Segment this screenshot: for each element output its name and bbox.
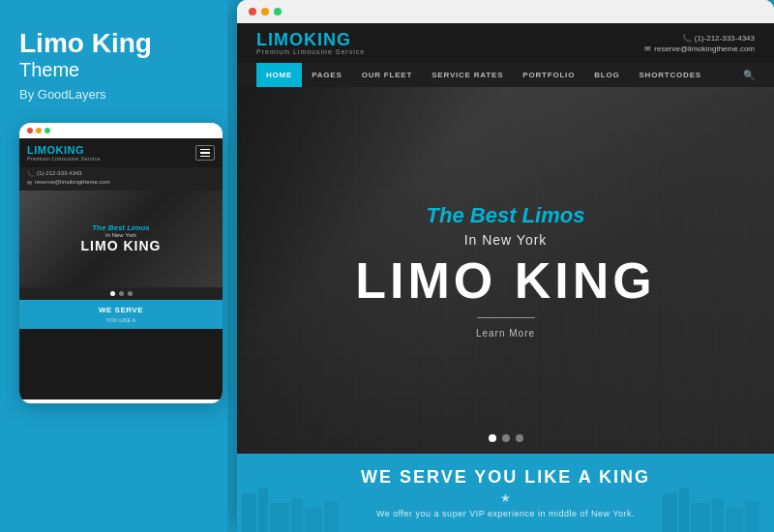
- nav-service-rates[interactable]: SERVICE RATES: [422, 63, 513, 87]
- svg-rect-10: [726, 508, 743, 532]
- mobile-slider-dots: [19, 287, 223, 300]
- hero-learn-more-link[interactable]: Learn More: [476, 328, 535, 339]
- phone-icon: 📞: [27, 170, 34, 177]
- svg-rect-1: [258, 488, 268, 532]
- svg-rect-11: [745, 501, 759, 532]
- desktop-mockup: LIMOKING Premium Limousine Service 📞 (1)…: [237, 0, 774, 532]
- svg-rect-0: [242, 493, 256, 532]
- mobile-site-content: LIMOKING Premium Limousine Service 📞 (1)…: [19, 138, 223, 399]
- hero-in-ny: In New York: [464, 232, 548, 248]
- left-panel: Limo King Theme By GoodLayers LIMOKING P…: [0, 0, 227, 532]
- svg-rect-2: [270, 503, 289, 532]
- site-nav: HOME PAGES OUR FLEET SERVICE RATES PORTF…: [237, 63, 774, 87]
- mobile-slider-dot-active[interactable]: [110, 291, 115, 296]
- mobile-contact-bar: 📞 (1)-212-333-4343 ✉ reserve@limokingthe…: [19, 167, 223, 191]
- nav-pages[interactable]: PAGES: [302, 63, 351, 87]
- theme-by: By GoodLayers: [19, 87, 208, 102]
- nav-home[interactable]: HOME: [256, 63, 302, 87]
- mobile-dot-yellow: [36, 128, 42, 133]
- header-email: ✉ reserve@limokingtheme.com: [644, 44, 755, 53]
- mobile-hero-text: The Best Limos In New York LIMO KING: [81, 223, 162, 253]
- mobile-tagline: Premium Limousine Service: [27, 156, 101, 162]
- hero-best-limos: The Best Limos: [427, 203, 585, 228]
- mobile-serve-section: WE SERVE YOU LIKE A: [19, 300, 223, 329]
- hero-section: The Best Limos In New York LIMO KING Lea…: [237, 87, 774, 454]
- header-contact: 📞 (1)-212-333-4343 ✉ reserve@limokingthe…: [644, 34, 755, 53]
- mobile-best-limos: The Best Limos: [81, 223, 162, 232]
- mobile-logo-block: LIMOKING Premium Limousine Service: [27, 144, 101, 162]
- mobile-email-row: ✉ reserve@limokingtheme.com: [27, 179, 215, 186]
- svg-rect-4: [305, 508, 322, 532]
- slider-dot-3[interactable]: [516, 434, 523, 442]
- mobile-serve-title: WE SERVE: [27, 306, 215, 314]
- theme-title: Limo King: [19, 29, 208, 59]
- mobile-serve-sub: YOU LIKE A: [27, 317, 215, 323]
- nav-shortcodes[interactable]: SHORTCODES: [629, 63, 710, 87]
- header-phone-icon: 📞: [682, 34, 692, 43]
- header-email-icon: ✉: [644, 44, 651, 53]
- mobile-hero: The Best Limos In New York LIMO KING: [19, 191, 223, 287]
- site-logo: LIMOKING Premium Limousine Service: [256, 31, 365, 55]
- hero-divider: [477, 317, 535, 318]
- header-phone: 📞 (1)-212-333-4343: [682, 34, 755, 43]
- svg-rect-7: [679, 488, 689, 532]
- nav-blog[interactable]: BLOG: [584, 63, 629, 87]
- nav-search-icon[interactable]: 🔍: [743, 70, 755, 80]
- hero-limo-king-title: LIMO KING: [355, 255, 655, 306]
- theme-title-block: Limo King Theme By GoodLayers: [19, 29, 208, 102]
- mobile-logo: LIMOKING: [27, 144, 101, 156]
- svg-rect-6: [663, 493, 677, 532]
- logo-tagline: Premium Limousine Service: [256, 48, 365, 55]
- svg-rect-9: [712, 498, 724, 532]
- mobile-limo-king-title: LIMO KING: [81, 238, 162, 253]
- svg-rect-3: [291, 498, 303, 532]
- right-buildings-decoration: [658, 484, 774, 532]
- slider-dot-2[interactable]: [502, 434, 510, 442]
- hero-content: The Best Limos In New York LIMO KING Lea…: [237, 87, 774, 454]
- desktop-site-content: LIMOKING Premium Limousine Service 📞 (1)…: [237, 23, 774, 532]
- mobile-slider-dot-3[interactable]: [128, 291, 133, 296]
- theme-subtitle: Theme: [19, 59, 208, 81]
- nav-our-fleet[interactable]: OUR FLEET: [352, 63, 423, 87]
- slider-dot-active[interactable]: [489, 434, 496, 442]
- email-icon: ✉: [27, 179, 32, 186]
- desktop-top-bar: [237, 0, 774, 23]
- site-header: LIMOKING Premium Limousine Service 📞 (1)…: [237, 23, 774, 63]
- mobile-site-header: LIMOKING Premium Limousine Service: [19, 138, 223, 167]
- mobile-dot-red: [27, 128, 33, 133]
- desktop-dot-red: [249, 8, 256, 15]
- mobile-hamburger-icon[interactable]: [195, 145, 215, 162]
- nav-portfolio[interactable]: PORTFOLIO: [513, 63, 584, 87]
- svg-rect-5: [324, 501, 338, 532]
- hero-slider-dots: [489, 434, 523, 442]
- mobile-phone-row: 📞 (1)-212-333-4343: [27, 170, 215, 177]
- desktop-dot-green: [274, 8, 282, 15]
- serve-section: WE SERVE YOU LIKE A KING ★ We offer you …: [237, 454, 774, 532]
- logo-text: LIMOKING: [256, 31, 365, 48]
- mobile-window-dots: [27, 128, 50, 133]
- desktop-dot-yellow: [261, 8, 269, 15]
- mobile-mockup: LIMOKING Premium Limousine Service 📞 (1)…: [19, 123, 223, 403]
- mobile-top-bar: [19, 123, 223, 138]
- nav-links: HOME PAGES OUR FLEET SERVICE RATES PORTF…: [256, 63, 711, 87]
- svg-rect-8: [691, 503, 710, 532]
- left-buildings-decoration: [237, 484, 353, 532]
- mobile-dot-green: [45, 128, 50, 133]
- mobile-slider-dot-2[interactable]: [119, 291, 124, 296]
